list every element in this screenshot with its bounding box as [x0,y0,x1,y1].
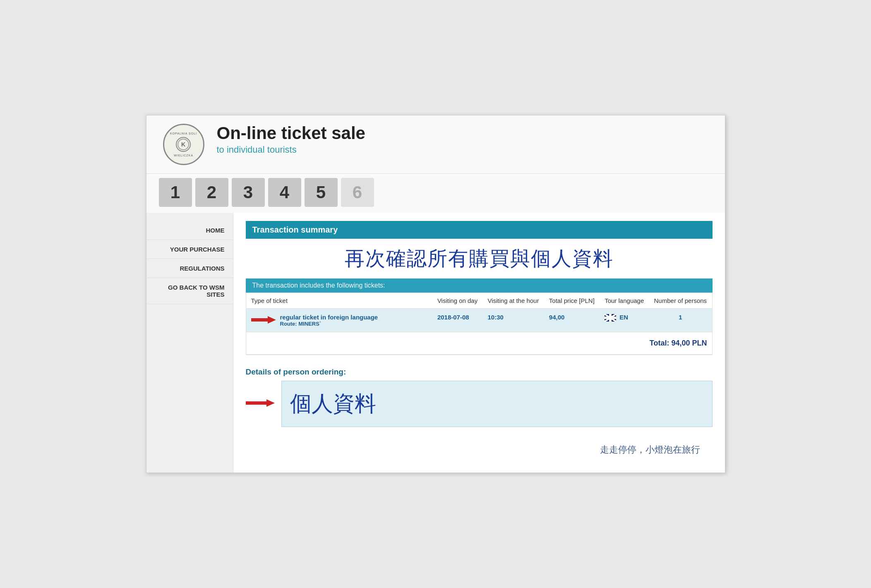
logo-symbol: K [176,137,191,152]
logo-top-text: KOPALNIA SOLI [170,132,197,135]
svg-text:K: K [181,141,185,148]
main-content: Transaction summary 再次確認所有購買與個人資料 The tr… [233,213,725,473]
chinese-personal-label: 個人資料 [290,389,704,418]
tickets-section-header: The transaction includes the following t… [246,278,713,293]
page-title: On-line ticket sale [217,124,365,143]
logo-circle: KOPALNIA SOLI K WIELICZKA [163,124,204,165]
ticket-type-cell: regular ticket in foreign language Route… [246,309,432,332]
tickets-table: Type of ticket Visiting on day Visiting … [246,293,712,332]
ticket-name: regular ticket in foreign language [280,314,378,321]
title-area: On-line ticket sale to individual touris… [217,124,365,155]
step-6[interactable]: 6 [341,178,374,207]
logo-area: KOPALNIA SOLI K WIELICZKA [159,124,209,165]
col-visiting-day: Visiting on day [432,293,483,309]
total-row: Total: 94,00 PLN [246,332,712,355]
step-2[interactable]: 2 [195,178,228,207]
person-details-row: 個人資料 [246,381,713,427]
sidebar: HOME YOUR PURCHASE REGULATIONS GO BACK T… [146,213,233,473]
logo-inner: KOPALNIA SOLI K WIELICZKA [170,132,197,157]
logo-bottom-text: WIELICZKA [170,154,197,157]
col-total-price: Total price [PLN] [544,293,600,309]
step-3[interactable]: 3 [232,178,265,207]
svg-marker-2 [251,316,276,324]
step-4[interactable]: 4 [268,178,301,207]
footer-chinese: 走走停停，小燈泡在旅行 [246,435,713,464]
person-box: 個人資料 [281,381,713,427]
table-row: regular ticket in foreign language Route… [246,309,712,332]
header: KOPALNIA SOLI K WIELICZKA On-line ticket… [146,115,725,174]
col-tour-language: Tour language [600,293,649,309]
ticket-route: Route: MINERS` [280,321,378,327]
person-arrow [246,398,275,409]
col-num-persons: Number of persons [649,293,712,309]
sidebar-item-wsm[interactable]: GO BACK TO WSM SITES [146,278,233,304]
ticket-hour: 10:30 [482,309,544,332]
step-5[interactable]: 5 [305,178,338,207]
col-type: Type of ticket [246,293,432,309]
uk-flag-icon [605,314,616,322]
ticket-price: 94,00 [544,309,600,332]
ticket-persons: 1 [649,309,712,332]
ticket-day: 2018-07-08 [432,309,483,332]
steps-bar: 1 2 3 4 5 6 [146,174,725,213]
sidebar-item-purchase[interactable]: YOUR PURCHASE [146,240,233,259]
ticket-info: regular ticket in foreign language Route… [280,314,378,327]
col-visiting-hour: Visiting at the hour [482,293,544,309]
page-wrapper: KOPALNIA SOLI K WIELICZKA On-line ticket… [146,115,725,473]
ticket-language-cell: EN [600,309,649,332]
sidebar-item-home[interactable]: HOME [146,221,233,240]
sidebar-item-regulations[interactable]: REGULATIONS [146,259,233,278]
svg-marker-3 [246,399,275,407]
tickets-table-container: Type of ticket Visiting on day Visiting … [246,293,713,355]
content-area: HOME YOUR PURCHASE REGULATIONS GO BACK T… [146,213,725,473]
ticket-arrow [251,315,276,326]
transaction-summary-header: Transaction summary [246,221,713,239]
step-1[interactable]: 1 [159,178,192,207]
page-subtitle: to individual tourists [217,144,365,155]
chinese-annotation-main: 再次確認所有購買與個人資料 [246,239,713,278]
table-header-row: Type of ticket Visiting on day Visiting … [246,293,712,309]
person-details-header: Details of person ordering: [246,359,713,381]
ticket-language: EN [619,314,628,321]
